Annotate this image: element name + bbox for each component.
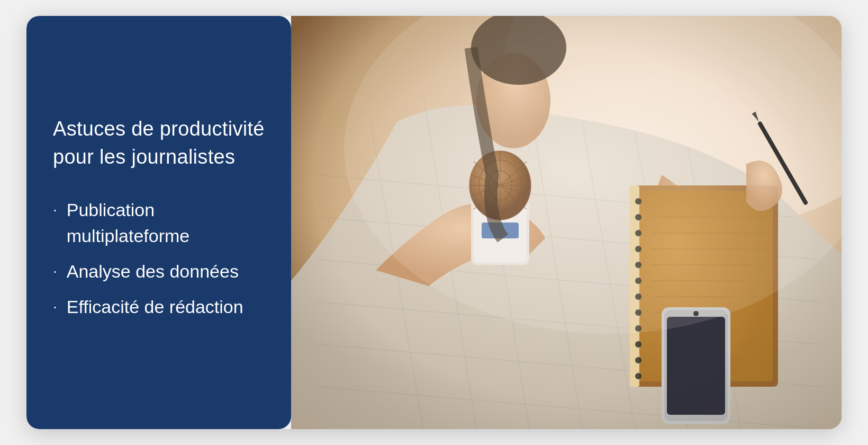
bullet-text-3: Efficacité de rédaction — [67, 294, 265, 320]
bullet-item-2: · Analyse des données — [53, 259, 265, 284]
right-panel — [291, 16, 842, 429]
card-container: Astuces de productivité pour les journal… — [26, 16, 842, 429]
bullet-item-1: · Publication multiplateforme — [53, 197, 265, 250]
bullet-list: · Publication multiplateforme · Analyse … — [53, 197, 265, 330]
photo-background — [291, 16, 842, 429]
bullet-dot-2: · — [53, 260, 57, 282]
bullet-text-2: Analyse des données — [67, 259, 265, 284]
left-panel: Astuces de productivité pour les journal… — [26, 16, 291, 429]
journalist-scene — [291, 16, 842, 429]
bullet-text-1: Publication multiplateforme — [67, 197, 265, 250]
title-text: Astuces de productivité pour les journal… — [53, 115, 265, 171]
bullet-dot-3: · — [53, 295, 57, 318]
title-line2: pour les journalistes — [53, 146, 235, 168]
bullet-dot-1: · — [53, 198, 57, 221]
bullet-item-3: · Efficacité de rédaction — [53, 294, 265, 320]
title-line1: Astuces de productivité — [53, 118, 265, 140]
